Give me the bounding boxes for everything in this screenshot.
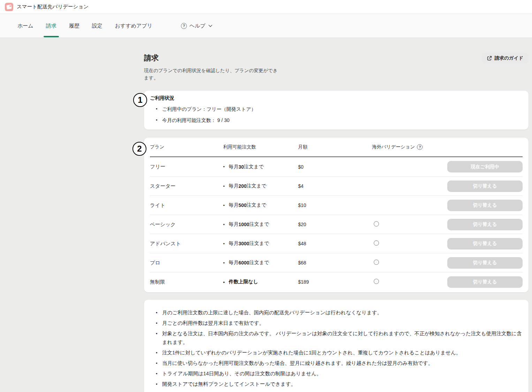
billing-guide-label: 請求のガイド [495,55,523,61]
help-menu[interactable]: ? ヘルプ [181,23,212,29]
question-circle-icon: ? [181,23,187,29]
plan-orders-limit: •毎月6000注文まで [223,260,298,266]
bullet-icon: • [223,279,229,285]
note-item-text: 対象となる注文は、日本国内宛の注文のみです。 バリデーションは対象の注文全てに対… [162,329,523,347]
billing-notes-card: •月のご利用注文数の上限に達した場合、国内宛の配送先バリデーションは行われなくな… [144,300,529,392]
app-logo-icon [5,3,13,11]
bullet-icon: • [223,203,229,208]
plan-price: $48 [298,241,372,246]
nav-tab-label: 設定 [92,23,102,29]
help-label: ヘルプ [189,23,205,29]
nav-tab-2[interactable]: 履歴 [69,14,79,38]
plan-price: $189 [298,279,372,285]
switch-plan-button[interactable]: 切り替える [447,257,523,269]
content-area: 請求 現在のプランでの利用状況を確認したり、プランの変更ができます。 請求のガイ… [0,38,532,392]
bullet-icon: • [156,308,162,317]
nav-tab-3[interactable]: 設定 [92,14,102,38]
page-title: 請求 [144,53,529,63]
plans-table-header: プラン 利用可能注文数 月額 海外バリデーション ? [150,138,523,157]
plan-orders-limit: •毎月200注文まで [223,183,298,189]
bullet-icon: • [156,319,162,328]
plan-name: フリー [150,163,223,170]
header-plan: プラン [150,144,223,150]
plan-row-6: 無制限•件数上限なし$189切り替える [150,272,523,291]
usage-item-text: 今月の利用可能注文数： 9 / 30 [162,115,229,126]
note-item: •月ごとの利用件数は翌月末日まで有効です。 [150,318,523,328]
page-subtitle: 現在のプランでの利用状況を確認したり、プランの変更ができます。 [144,67,278,82]
bullet-icon: • [156,359,162,368]
plan-name: プロ [150,260,223,266]
nav-tab-1[interactable]: 請求 [46,14,56,38]
bullet-icon: • [156,329,162,338]
overseas-supported-circle-icon [374,221,379,226]
nav-tab-0[interactable]: ホーム [17,14,33,38]
overseas-supported-circle-icon [374,279,379,284]
plan-orders-limit: •毎月3000注文まで [223,240,298,247]
annotation-circle-1: 1 [133,93,147,107]
plan-price: $20 [298,222,372,227]
bullet-icon: • [223,222,229,227]
switch-plan-button[interactable]: 切り替える [447,219,523,230]
note-item-text: 開発ストアでは無料プランとしてインストールできます。 [162,380,523,389]
plan-price: $0 [298,164,372,170]
plan-orders-limit: •毎月30注文まで [223,164,298,170]
note-item: •開発ストアでは無料プランとしてインストールできます。 [150,379,523,389]
plan-price: $68 [298,260,372,266]
usage-item: •ご利用中のプラン：フリー（開発ストア） [150,103,523,115]
header-overseas: 海外バリデーション [372,144,415,150]
nav-tab-4[interactable]: おすすめアプリ [115,14,152,38]
plans-table-card: プラン 利用可能注文数 月額 海外バリデーション ? フリー•毎月30注文まで$… [144,138,529,292]
note-item: •トライアル期間は14日間あり、その間は注文数の制限はありません。 [150,368,523,379]
bullet-icon: • [156,103,162,115]
header-price: 月額 [298,144,372,150]
plan-name: アドバンスト [150,240,223,247]
plan-name: ベーシック [150,221,223,228]
note-item-text: 月ごとの利用件数は翌月末日まで有効です。 [162,319,523,328]
switch-plan-button[interactable]: 切り替える [447,200,523,211]
app-title: スマート配送先バリデーション [17,3,89,10]
plan-row-0: フリー•毎月30注文まで$0現在ご利用中 [150,157,523,176]
external-link-icon [487,56,492,61]
page-header: 請求 現在のプランでの利用状況を確認したり、プランの変更ができます。 請求のガイ… [144,38,529,91]
header-orders: 利用可能注文数 [223,144,298,150]
plan-orders-limit: •件数上限なし [223,279,298,285]
billing-guide-button[interactable]: 請求のガイド [482,53,529,64]
overseas-supported-circle-icon [374,240,379,246]
nav-tab-label: 履歴 [69,23,79,29]
plan-orders-limit: •毎月500注文まで [223,202,298,208]
plan-name: 無制限 [150,279,223,285]
nav-bar: ホーム請求履歴設定おすすめアプリ ? ヘルプ [0,14,532,38]
bullet-icon: • [156,348,162,357]
switch-plan-button[interactable]: 切り替える [447,238,523,249]
plan-name: スターター [150,183,223,190]
usage-item-text: ご利用中のプラン：フリー（開発ストア） [162,103,256,115]
note-item-text: 月のご利用注文数の上限に達した場合、国内宛の配送先バリデーションは行われなくなり… [162,308,523,317]
plan-price: $4 [298,183,372,189]
usage-status-title: ご利用状況 [150,95,523,101]
plan-row-2: ライト•毎月500注文まで$10切り替える [150,195,523,215]
plan-row-1: スターター•毎月200注文まで$4切り替える [150,176,523,195]
nav-tab-label: おすすめアプリ [115,23,152,29]
overseas-help-icon[interactable]: ? [417,144,423,150]
nav-tab-label: ホーム [17,23,33,29]
bullet-icon: • [156,380,162,389]
plan-row-3: ベーシック•毎月1000注文まで$20切り替える [150,215,523,234]
bullet-icon: • [223,184,229,189]
usage-item: •今月の利用可能注文数： 9 / 30 [150,115,523,126]
bullet-icon: • [156,369,162,378]
bullet-icon: • [156,115,162,126]
note-item: •注文1件に対していずれかのバリデーションが実施された場合に1回とカウントされ、… [150,347,523,358]
annotation-circle-2: 2 [132,142,146,156]
current-plan-button[interactable]: 現在ご利用中 [447,161,523,172]
nav-tab-label: 請求 [46,23,56,29]
plan-row-4: アドバンスト•毎月3000注文まで$48切り替える [150,234,523,253]
usage-status-card: ご利用状況 •ご利用中のプラン：フリー（開発ストア）•今月の利用可能注文数： 9… [144,91,529,130]
top-app-bar: スマート配送先バリデーション [0,0,532,14]
switch-plan-button[interactable]: 切り替える [447,180,523,192]
switch-plan-button[interactable]: 切り替える [447,276,523,288]
billing-notes-list: •月のご利用注文数の上限に達した場合、国内宛の配送先バリデーションは行われなくな… [150,307,523,389]
bullet-icon: • [223,241,229,246]
overseas-supported-circle-icon [374,260,379,265]
note-item: •月のご利用注文数の上限に達した場合、国内宛の配送先バリデーションは行われなくな… [150,307,523,318]
usage-status-list: •ご利用中のプラン：フリー（開発ストア）•今月の利用可能注文数： 9 / 30 [150,103,523,126]
